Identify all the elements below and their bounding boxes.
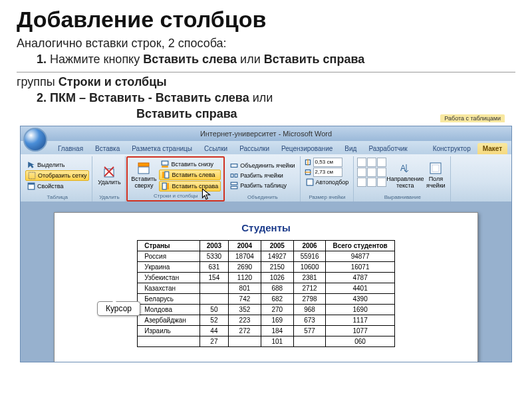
tab-design[interactable]: Конструктор	[428, 143, 476, 154]
svg-rect-15	[231, 182, 237, 185]
select-button[interactable]: Выделить	[25, 160, 89, 170]
svg-rect-10	[163, 183, 167, 190]
table-header: Всего студентов	[326, 241, 394, 251]
svg-rect-8	[165, 172, 169, 178]
group-merge: Объединить ячейки Разбить ячейки Разбить…	[225, 156, 300, 201]
word-window: Интернет-университет - Microsoft Word Ра…	[20, 126, 512, 362]
tab-layout[interactable]: Макет	[477, 143, 507, 154]
group-cell-size: 0,53 см 2,73 см Автоподбор Размер ячейки	[301, 156, 354, 201]
document-title: Студенты	[81, 222, 451, 233]
svg-rect-9	[163, 172, 164, 178]
table-row[interactable]: Израиль442721845771077	[138, 326, 394, 336]
svg-text:A: A	[400, 164, 406, 173]
col-width-icon	[304, 168, 312, 176]
table-row[interactable]: Казахстан80168827124401	[138, 283, 394, 294]
ribbon: Выделить Отобразить сетку Свойства Табли…	[21, 154, 511, 201]
col-width-input[interactable]: 2,73 см	[313, 168, 342, 177]
slide-body-1: Аналогично вставки строк, 2 способа: 1. …	[17, 35, 515, 72]
table-row[interactable]: Россия533018704149275591694877	[138, 251, 394, 262]
text-direction-button[interactable]: A Направление текста	[388, 158, 422, 193]
tab-view[interactable]: Вид	[339, 143, 362, 154]
svg-rect-2	[28, 183, 35, 184]
svg-rect-5	[138, 163, 149, 166]
tab-developer[interactable]: Разработчик	[363, 143, 412, 154]
align-mc[interactable]	[367, 168, 376, 177]
show-grid-button[interactable]: Отобразить сетку	[25, 170, 89, 181]
table-row[interactable]: Молдова503522709681690	[138, 305, 394, 315]
align-bc[interactable]	[367, 178, 376, 187]
tab-pagelayout[interactable]: Разметка страницы	[126, 143, 198, 154]
ribbon-tabs: Главная Вставка Разметка страницы Ссылки…	[21, 141, 511, 154]
tab-review[interactable]: Рецензирование	[276, 143, 338, 154]
align-tc[interactable]	[367, 158, 376, 167]
document-area[interactable]: Студенты Страны2003200420052006Всего сту…	[21, 201, 511, 362]
svg-rect-11	[168, 183, 169, 190]
align-mr[interactable]	[377, 168, 386, 177]
row-height-icon	[304, 158, 312, 166]
split-table-button[interactable]: Разбить таблицу	[228, 181, 297, 190]
split-cells-button[interactable]: Разбить ячейки	[228, 171, 297, 180]
align-ml[interactable]	[357, 168, 366, 177]
table-row[interactable]: Беларусь74268227984390	[138, 294, 394, 305]
merge-cells-button[interactable]: Объединить ячейки	[228, 161, 297, 170]
tab-home[interactable]: Главная	[53, 143, 88, 154]
table-row[interactable]: Азербайджан522231696731117	[138, 315, 394, 326]
table-row[interactable]: Узбекистан1541120102623814787	[138, 273, 394, 283]
properties-button[interactable]: Свойства	[25, 182, 89, 191]
tab-mailings[interactable]: Рассылки	[234, 143, 275, 154]
svg-rect-19	[307, 180, 313, 186]
delete-button[interactable]: Удалить	[96, 158, 122, 193]
students-table[interactable]: Страны2003200420052006Всего студентов Ро…	[137, 240, 394, 347]
svg-rect-16	[231, 186, 237, 189]
table-row[interactable]: 27101060	[138, 336, 394, 347]
svg-rect-7	[162, 166, 169, 167]
autofit-button[interactable]: Автоподбор	[304, 178, 351, 187]
align-bl[interactable]	[357, 178, 366, 187]
document-page: Студенты Страны2003200420052006Всего сту…	[54, 212, 478, 362]
svg-rect-4	[138, 167, 149, 174]
tab-references[interactable]: Ссылки	[199, 143, 233, 154]
svg-rect-6	[162, 161, 169, 165]
svg-rect-13	[231, 174, 233, 178]
insert-left-button[interactable]: Вставить слева	[159, 170, 221, 180]
insert-below-button[interactable]: Вставить снизу	[159, 160, 221, 169]
table-header: 2003	[200, 241, 228, 251]
row-height-input[interactable]: 0,53 см	[313, 158, 342, 167]
context-tab-label: Работа с таблицами	[440, 114, 505, 122]
insert-above-button[interactable]: Вставить сверху	[130, 159, 157, 192]
window-titlebar: Интернет-университет - Microsoft Word Ра…	[21, 126, 511, 141]
group-alignment: A Направление текста Поля ячейки Выравни…	[354, 156, 451, 201]
align-tr[interactable]	[377, 158, 386, 167]
tab-insert[interactable]: Вставка	[90, 143, 125, 154]
cursor-icon	[201, 188, 211, 201]
table-row[interactable]: Украина631269021501060016071	[138, 262, 394, 273]
table-header: 2006	[293, 241, 326, 251]
table-header: Страны	[138, 241, 200, 251]
cursor-callout: Курсор	[97, 301, 140, 316]
align-br[interactable]	[377, 178, 386, 187]
cell-margins-button[interactable]: Поля ячейки	[424, 158, 448, 193]
svg-rect-21	[430, 163, 441, 174]
slide-title: Добавление столбцов	[17, 7, 515, 33]
svg-rect-14	[235, 174, 237, 178]
svg-rect-0	[29, 172, 35, 179]
group-rows-columns: Вставить сверху Вставить снизу Вставить …	[126, 156, 225, 201]
group-delete: Удалить Удалить	[93, 156, 126, 201]
table-header: 2005	[261, 241, 293, 251]
svg-rect-12	[231, 164, 237, 168]
group-table: Выделить Отобразить сетку Свойства Табли…	[23, 156, 92, 201]
table-header: 2004	[229, 241, 261, 251]
align-tl[interactable]	[357, 158, 366, 167]
